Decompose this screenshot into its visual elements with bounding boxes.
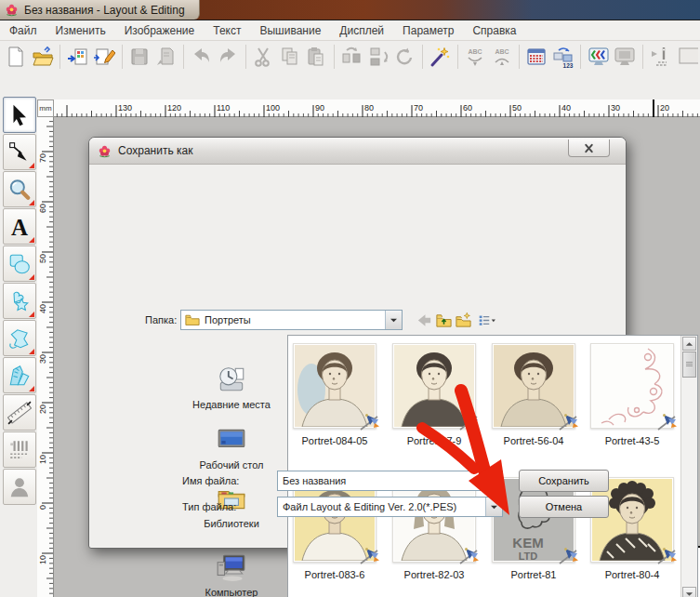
place-recent-places[interactable]: Недавние места (185, 364, 278, 411)
file-list-scrollbar[interactable] (680, 336, 697, 597)
new-folder-icon[interactable] (454, 311, 473, 330)
menu-текст[interactable]: Текст (204, 22, 250, 39)
svg-text:KEM: KEM (512, 535, 543, 551)
portrait-tool[interactable] (3, 469, 36, 505)
svg-text:70: 70 (414, 103, 423, 113)
svg-text:130: 130 (118, 103, 132, 113)
file-name-combobox[interactable]: Без названия (277, 471, 503, 491)
dialog-title-bar[interactable]: Сохранить как (89, 138, 626, 165)
flyout-corner (29, 386, 34, 391)
menu-bar: ФайлИзменитьИзображениеТекстВышиваниеДис… (0, 20, 700, 41)
view-menu-icon[interactable] (474, 311, 501, 330)
paste-icon[interactable] (303, 43, 330, 71)
sewing-sequence-123-icon[interactable]: 123 (550, 43, 577, 71)
text-arc-up-icon[interactable]: ABC (488, 43, 515, 71)
up-one-level-icon[interactable] (434, 311, 454, 330)
file-type-combobox[interactable]: Файл Layout & Editing Ver. 2.0(*.PES) (277, 497, 503, 517)
place-computer[interactable]: Компьютер (185, 551, 278, 597)
open-folder-icon[interactable] (30, 43, 57, 71)
manual-punch[interactable] (3, 431, 36, 468)
pes-file-badge-icon (458, 411, 481, 431)
flip-horizontal-icon[interactable] (338, 43, 365, 71)
svg-text:0: 0 (38, 505, 47, 510)
rotate-icon[interactable] (391, 43, 418, 71)
file-item[interactable]: Portret-083-6 (293, 477, 376, 580)
computer-icon (185, 551, 278, 587)
clipped-edge-icon[interactable] (673, 43, 700, 71)
zoom-magnifier[interactable] (3, 171, 36, 207)
file-item[interactable]: KEMLTDPortret-81 (492, 477, 575, 580)
svg-text:60: 60 (38, 204, 47, 213)
folder-icon (185, 313, 200, 326)
menu-параметр[interactable]: Параметр (393, 22, 463, 39)
point-edit[interactable] (3, 134, 36, 170)
file-type-dropdown-button[interactable] (485, 498, 502, 516)
text-tool[interactable]: A (3, 208, 36, 245)
pes-file-badge-icon (656, 411, 679, 431)
recent-places-icon (185, 364, 278, 399)
magic-wand-icon[interactable] (427, 43, 454, 71)
svg-text:50: 50 (38, 254, 47, 263)
file-thumbnail (293, 343, 376, 429)
shape-fan[interactable] (3, 357, 36, 393)
menu-файл[interactable]: Файл (0, 22, 46, 39)
file-item[interactable]: Portret-82-03 (392, 477, 476, 580)
main-toolbar: ABCABC123 (0, 41, 700, 73)
svg-text:ABC: ABC (468, 48, 482, 55)
text-arc-down-icon[interactable]: ABC (462, 43, 489, 71)
dialog-flower-icon (98, 144, 112, 158)
pes-file-badge-icon (458, 545, 481, 565)
import-design-icon[interactable] (64, 43, 91, 71)
cut-icon[interactable] (250, 43, 277, 71)
save-as-icon[interactable] (153, 43, 180, 71)
dialog-close-button[interactable] (568, 139, 610, 157)
menu-изменить[interactable]: Изменить (46, 22, 115, 39)
export-design-icon[interactable] (91, 43, 118, 71)
menu-изображение[interactable]: Изображение (115, 22, 205, 39)
undo-icon[interactable] (188, 43, 215, 71)
scrollbar-thumb[interactable] (682, 352, 696, 378)
place-desktop[interactable]: Рабочий стол (185, 424, 278, 471)
svg-text:20: 20 (38, 405, 47, 414)
file-item[interactable]: Portret-43-5 (590, 343, 674, 446)
save-button[interactable]: Сохранить (519, 470, 609, 492)
flip-vertical-icon[interactable] (364, 43, 391, 71)
file-item[interactable]: Portret-80-4 (590, 477, 674, 580)
menu-дисплей[interactable]: Дисплей (330, 22, 393, 39)
svg-text:60: 60 (463, 103, 472, 113)
svg-text:120: 120 (167, 103, 181, 113)
menu-вышивание[interactable]: Вышивание (250, 22, 330, 39)
redo-icon[interactable] (215, 43, 242, 71)
svg-text:ABC: ABC (495, 48, 508, 55)
scroll-up-button[interactable] (682, 337, 696, 351)
file-item[interactable]: Portret-084-05 (293, 343, 376, 446)
sewing-order-icon[interactable] (523, 43, 550, 71)
pes-file-badge-icon (359, 545, 381, 565)
new-document-icon[interactable] (3, 43, 30, 71)
cancel-button[interactable]: Отмена (519, 496, 609, 518)
file-item[interactable]: Portret-67-9 (392, 343, 476, 446)
folder-combobox[interactable]: Портреты (180, 310, 403, 330)
file-name-dropdown-button[interactable] (485, 471, 502, 490)
title-bar[interactable]: Без названия - Layout & Editing (0, 0, 700, 20)
folder-value: Портреты (205, 314, 385, 325)
shape-ellipse[interactable] (3, 245, 36, 282)
save-icon[interactable] (126, 43, 153, 71)
svg-text:90: 90 (315, 103, 324, 113)
shape-star[interactable] (3, 283, 36, 319)
stitch-simulator-icon[interactable] (647, 43, 674, 71)
preview-monitor-icon[interactable] (612, 43, 639, 71)
realistic-view-icon[interactable] (585, 43, 612, 71)
shape-freeform[interactable] (3, 320, 36, 356)
svg-text:30: 30 (38, 354, 47, 364)
menu-справка[interactable]: Справка (463, 22, 525, 39)
measure-tool[interactable] (3, 394, 36, 431)
select-arrow[interactable] (3, 97, 36, 133)
toolbar-separator (580, 45, 581, 69)
file-list[interactable]: Portret-084-05Portret-67-9Portret-56-04P… (287, 335, 698, 597)
folder-dropdown-button[interactable] (385, 311, 402, 329)
copy-icon[interactable] (276, 43, 303, 71)
file-item[interactable]: Portret-56-04 (492, 343, 575, 446)
scroll-down-button[interactable] (682, 587, 696, 597)
libraries-icon (185, 483, 278, 518)
